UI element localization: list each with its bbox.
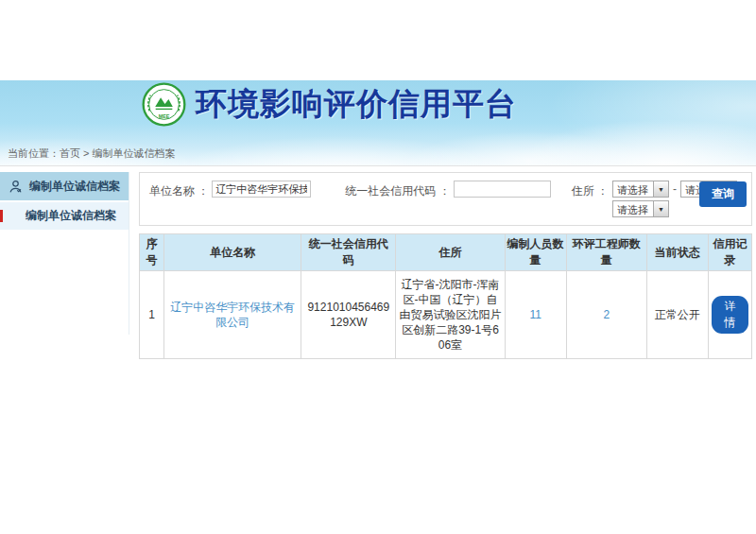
breadcrumb-separator: > [83, 147, 89, 159]
province-select-value: 请选择 [613, 181, 653, 197]
col-company-name: 单位名称 [164, 234, 301, 271]
col-index: 序号 [140, 234, 164, 271]
province-select[interactable]: 请选择 ▼ [612, 181, 669, 198]
brand: MEE 环境影响评价信用平台 [142, 82, 517, 127]
chevron-down-icon[interactable]: ▼ [653, 181, 668, 197]
district-select[interactable]: 请选择 ▼ [612, 200, 669, 217]
sidebar-item-label: 编制单位诚信档案 [26, 208, 116, 224]
breadcrumb-home-link[interactable]: 首页 [60, 147, 80, 159]
sidebar-item-credit-archive[interactable]: 编制单位诚信档案 [0, 202, 129, 230]
main-panel: 单位名称 ： 统一社会信用代码 ： 住所 ： 请选择 ▼ - 请选择 ▼ - [139, 172, 752, 359]
detail-button[interactable]: 详情 [712, 296, 748, 334]
col-address: 住所 [396, 234, 505, 271]
col-staff-count: 编制人员数量 [505, 234, 566, 271]
sidebar-header-label: 编制单位诚信档案 [29, 179, 120, 195]
table-header-row: 序号 单位名称 统一社会信用代码 住所 编制人员数量 环评工程师数量 当前状态 … [140, 234, 752, 271]
engineer-count-link[interactable]: 2 [603, 308, 610, 321]
staff-count-link[interactable]: 11 [529, 308, 541, 321]
table-row: 1 辽宁中咨华宇环保技术有限公司 9121010456469129XW 辽宁省-… [140, 271, 752, 359]
logo-text: MEE [159, 113, 170, 119]
address-label: 住所 ： [572, 183, 609, 199]
user-icon [9, 180, 23, 194]
sidebar: 编制单位诚信档案 编制单位诚信档案 [0, 172, 129, 335]
page-title: 环境影响评价信用平台 [196, 83, 517, 126]
results-table: 序号 单位名称 统一社会信用代码 住所 编制人员数量 环评工程师数量 当前状态 … [139, 233, 752, 359]
search-panel: 单位名称 ： 统一社会信用代码 ： 住所 ： 请选择 ▼ - 请选择 ▼ - [139, 172, 752, 226]
district-select-value: 请选择 [613, 201, 653, 216]
select-separator: - [673, 182, 677, 196]
breadcrumb-current: 编制单位诚信档案 [93, 147, 176, 159]
unit-name-label: 单位名称 ： [149, 183, 209, 199]
sidebar-header: 编制单位诚信档案 [0, 172, 129, 200]
col-status: 当前状态 [646, 234, 708, 271]
cell-address: 辽宁省-沈阳市-浑南区-中国（辽宁）自由贸易试验区沈阳片区创新二路39-1号60… [396, 271, 505, 359]
query-button[interactable]: 查询 [699, 181, 747, 207]
breadcrumb: 当前位置：首页 > 编制单位诚信档案 [8, 146, 176, 161]
content-area: 编制单位诚信档案 编制单位诚信档案 单位名称 ： 统一社会信用代码 ： 住所 ：… [0, 172, 756, 359]
cell-credit-code: 9121010456469129XW [301, 271, 396, 359]
cell-status: 正常公开 [646, 271, 708, 359]
col-credit-record: 信用记录 [708, 234, 751, 271]
cell-index: 1 [140, 271, 164, 359]
col-engineer-count: 环评工程师数量 [566, 234, 646, 271]
credit-code-input[interactable] [454, 181, 551, 198]
company-name-link[interactable]: 辽宁中咨华宇环保技术有限公司 [170, 301, 295, 329]
credit-code-label: 统一社会信用代码 ： [345, 183, 450, 199]
chevron-down-icon[interactable]: ▼ [653, 201, 668, 216]
breadcrumb-prefix: 当前位置： [8, 147, 60, 159]
unit-name-input[interactable] [212, 181, 311, 198]
col-credit-code: 统一社会信用代码 [301, 234, 396, 271]
mee-logo-icon: MEE [142, 82, 186, 127]
header-banner: MEE 环境影响评价信用平台 当前位置：首页 > 编制单位诚信档案 [0, 80, 756, 166]
